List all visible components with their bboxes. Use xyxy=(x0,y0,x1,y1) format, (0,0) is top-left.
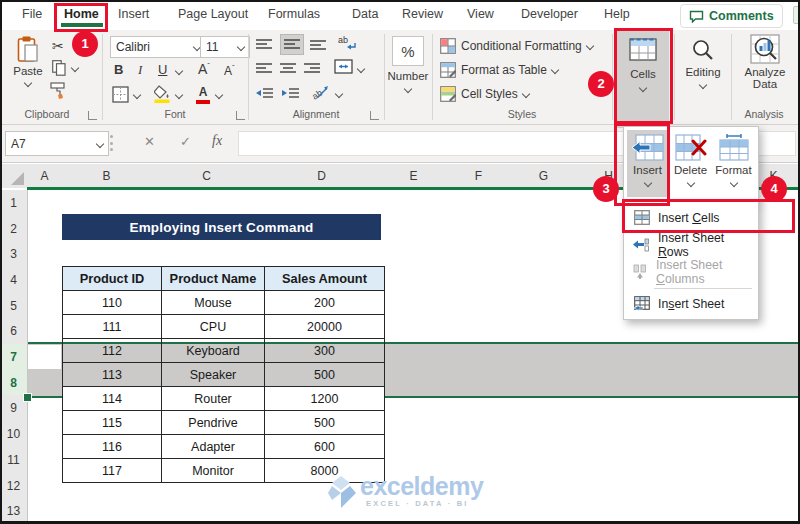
header-sales-amount[interactable]: Sales Amount xyxy=(265,267,385,291)
cell[interactable]: 111 xyxy=(63,315,162,339)
fill-color-button[interactable] xyxy=(154,85,171,107)
tab-formulas[interactable]: Formulas xyxy=(268,0,320,28)
align-top-button[interactable] xyxy=(256,37,272,55)
cell-styles-button[interactable]: Cell Styles xyxy=(440,86,529,102)
row-header-2[interactable]: 2 xyxy=(0,216,28,242)
fill-color-chevron-icon[interactable] xyxy=(175,91,183,99)
tab-review[interactable]: Review xyxy=(402,0,443,28)
cell[interactable]: 112 xyxy=(63,339,162,363)
cell[interactable]: Speaker xyxy=(162,363,265,387)
tab-insert[interactable]: Insert xyxy=(118,0,149,28)
cell[interactable]: Monitor xyxy=(162,459,265,483)
cell[interactable]: 500 xyxy=(265,363,385,387)
cell[interactable]: Keyboard xyxy=(162,339,265,363)
tab-help[interactable]: Help xyxy=(604,0,630,28)
font-size-select[interactable]: 11 xyxy=(200,36,250,58)
column-header-a[interactable]: A xyxy=(27,164,63,188)
align-center-button[interactable] xyxy=(280,61,296,79)
paste-button[interactable]: Paste xyxy=(10,36,46,86)
cell[interactable]: Adapter xyxy=(162,435,265,459)
decrease-font-button[interactable]: Aˇ xyxy=(224,63,235,78)
cell[interactable]: 116 xyxy=(63,435,162,459)
cell[interactable]: 500 xyxy=(265,411,385,435)
insert-function-button[interactable]: fx xyxy=(212,133,222,149)
column-header-e[interactable]: E xyxy=(381,164,447,188)
format-as-table-button[interactable]: Format as Table xyxy=(440,62,558,78)
share-icon[interactable] xyxy=(793,6,800,24)
number-format-button[interactable]: % Number xyxy=(388,36,428,92)
tab-data[interactable]: Data xyxy=(352,0,378,28)
column-header-g[interactable]: G xyxy=(511,164,577,188)
row-header-1[interactable]: 1 xyxy=(0,190,28,217)
header-product-id[interactable]: Product ID xyxy=(63,267,162,291)
cell[interactable]: 114 xyxy=(63,387,162,411)
copy-button[interactable] xyxy=(52,60,66,80)
italic-button[interactable]: I xyxy=(138,62,142,78)
conditional-formatting-button[interactable]: Conditional Formatting xyxy=(440,38,593,54)
underline-button[interactable]: U xyxy=(158,62,167,77)
active-cell-a7[interactable] xyxy=(28,345,61,369)
cell[interactable]: 117 xyxy=(63,459,162,483)
cell[interactable]: Pendrive xyxy=(162,411,265,435)
cell[interactable]: 200 xyxy=(265,291,385,315)
cell[interactable]: 8000 xyxy=(265,459,385,483)
menu-item-insert-cells[interactable]: Insert Cells xyxy=(624,204,758,231)
row-header-12[interactable]: 12 xyxy=(0,473,28,499)
increase-font-button[interactable]: Aˆ xyxy=(198,61,210,77)
format-flyout-button[interactable]: Format xyxy=(713,130,754,197)
tab-page-layout[interactable]: Page Layout xyxy=(178,0,248,28)
editing-button[interactable]: Editing xyxy=(678,38,728,88)
tab-file[interactable]: File xyxy=(22,0,42,28)
align-left-button[interactable] xyxy=(256,61,272,79)
title-banner-cell[interactable]: Employing Insert Command xyxy=(62,214,381,240)
font-color-chevron-icon[interactable] xyxy=(215,91,223,99)
align-right-button[interactable] xyxy=(304,61,320,79)
delete-flyout-button[interactable]: Delete xyxy=(670,130,711,197)
menu-item-insert-sheet-rows[interactable]: Insert Sheet Rows xyxy=(624,231,758,258)
column-header-partial[interactable] xyxy=(790,164,800,188)
column-header-b[interactable]: B xyxy=(62,164,152,188)
column-header-c[interactable]: C xyxy=(151,164,263,188)
font-color-button[interactable]: A xyxy=(196,85,210,104)
decrease-indent-button[interactable] xyxy=(256,86,273,104)
align-bottom-button[interactable] xyxy=(310,37,326,55)
alignment-dialog-launcher[interactable] xyxy=(370,111,379,120)
cell[interactable]: 1200 xyxy=(265,387,385,411)
tab-developer[interactable]: Developer xyxy=(521,0,578,28)
font-name-select[interactable]: Calibri xyxy=(110,36,206,58)
copy-chevron-icon[interactable] xyxy=(71,64,79,72)
row-header-6[interactable]: 6 xyxy=(0,318,28,345)
row-header-3[interactable]: 3 xyxy=(0,241,28,268)
name-box[interactable]: A7 xyxy=(5,131,109,156)
wrap-text-button[interactable]: ab xyxy=(338,34,358,54)
cell[interactable]: Router xyxy=(162,387,265,411)
merge-center-button[interactable] xyxy=(334,59,353,78)
comments-button[interactable]: Comments xyxy=(680,4,783,28)
font-dialog-launcher[interactable] xyxy=(236,111,245,120)
cancel-icon[interactable]: ✕ xyxy=(144,134,155,149)
header-product-name[interactable]: Product Name xyxy=(162,267,265,291)
formula-bar-grip[interactable] xyxy=(110,135,113,151)
cut-button[interactable]: ✂ xyxy=(52,38,64,54)
orientation-chevron-icon[interactable] xyxy=(335,90,343,98)
cell[interactable]: Mouse xyxy=(162,291,265,315)
cell[interactable]: 110 xyxy=(63,291,162,315)
clipboard-dialog-launcher[interactable] xyxy=(88,111,97,120)
tab-view[interactable]: View xyxy=(467,0,494,28)
cell[interactable]: 300 xyxy=(265,339,385,363)
row-header-10[interactable]: 10 xyxy=(0,421,28,448)
column-header-d[interactable]: D xyxy=(262,164,382,188)
row-header-5[interactable]: 5 xyxy=(0,293,28,319)
align-middle-button[interactable] xyxy=(280,34,304,55)
row-header-13[interactable]: 13 xyxy=(0,498,28,524)
underline-chevron-icon[interactable] xyxy=(175,67,183,75)
bold-button[interactable]: B xyxy=(114,62,123,77)
select-all-button[interactable] xyxy=(0,164,28,188)
cell[interactable]: 20000 xyxy=(265,315,385,339)
increase-indent-button[interactable] xyxy=(282,86,299,104)
cell[interactable]: CPU xyxy=(162,315,265,339)
row-header-7[interactable]: 7 xyxy=(0,344,28,371)
cell[interactable]: 115 xyxy=(63,411,162,435)
cell[interactable]: 113 xyxy=(63,363,162,387)
format-painter-button[interactable] xyxy=(50,82,67,103)
